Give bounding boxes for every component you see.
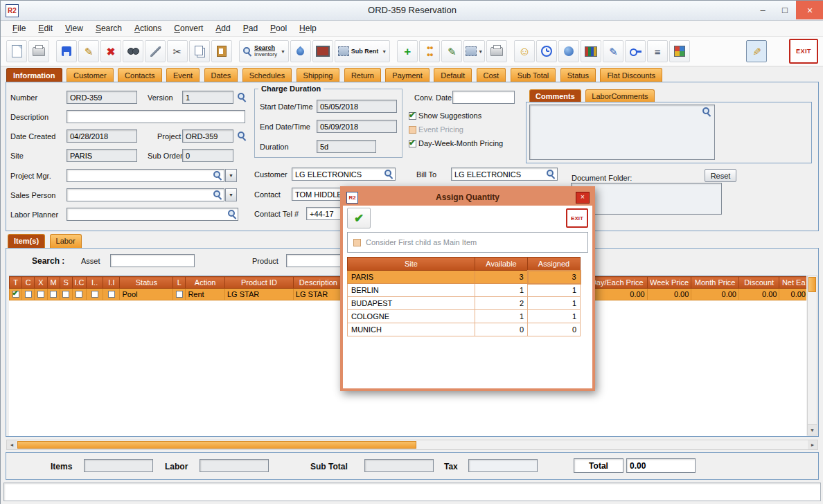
menu-convert[interactable]: Convert <box>168 21 209 35</box>
puzzle-button[interactable] <box>669 40 690 62</box>
dialog-close-button[interactable]: × <box>576 192 590 204</box>
vertical-scrollbar-thumb[interactable] <box>808 277 816 292</box>
group-button[interactable]: ●●●● <box>419 40 440 62</box>
customer-field[interactable]: LG ELECTRONICS <box>292 168 396 181</box>
highlighter-button[interactable]: ✎ <box>746 40 767 62</box>
close-button[interactable]: × <box>796 1 823 19</box>
conv-date-field[interactable] <box>452 91 515 104</box>
cut-button[interactable]: ✂ <box>167 40 188 62</box>
scroll-right-arrow[interactable]: ► <box>808 440 817 449</box>
tab-items[interactable]: Item(s) <box>8 234 45 248</box>
list-details-button[interactable]: ≡ <box>647 40 668 62</box>
reset-button[interactable]: Reset <box>705 169 736 182</box>
labor-planner-search-icon[interactable] <box>227 209 237 219</box>
horizontal-scrollbar-thumb[interactable] <box>17 441 416 449</box>
scroll-left-arrow[interactable]: ◄ <box>7 440 17 449</box>
time-button[interactable] <box>536 40 557 62</box>
project-mgr-field[interactable] <box>67 169 224 182</box>
sales-person-field[interactable] <box>67 188 224 201</box>
horizontal-scrollbar[interactable]: ◄ ► <box>6 440 818 450</box>
number-field[interactable]: ORD-359 <box>67 91 137 104</box>
assigned-cell[interactable]: 1 <box>528 297 581 310</box>
tab-schedules[interactable]: Schedules <box>242 68 292 82</box>
tab-dates[interactable]: Dates <box>204 68 238 82</box>
menu-search[interactable]: Search <box>89 21 128 35</box>
menu-pool[interactable]: Pool <box>264 21 293 35</box>
sales-person-dropdown[interactable]: ▼ <box>225 188 237 201</box>
tab-labor[interactable]: Labor <box>50 234 82 248</box>
assigned-cell[interactable]: 0 <box>528 323 581 336</box>
version-search-icon[interactable] <box>237 92 247 102</box>
customer-search-icon[interactable] <box>384 169 393 179</box>
comments-textarea[interactable] <box>529 105 715 160</box>
library-button[interactable] <box>581 40 601 62</box>
tab-cost[interactable]: Cost <box>477 68 506 82</box>
bill-to-search-icon[interactable] <box>546 169 556 179</box>
print-button[interactable] <box>28 40 49 62</box>
day-week-month-checkbox[interactable] <box>409 140 416 147</box>
ii-checkbox[interactable] <box>108 291 115 298</box>
tab-contacts[interactable]: Contacts <box>118 68 161 82</box>
menu-add[interactable]: Add <box>209 21 236 35</box>
tab-labor-comments[interactable]: LaborComments <box>585 89 654 102</box>
tab-information[interactable]: Information <box>6 68 62 82</box>
menu-pad[interactable]: Pad <box>237 21 264 35</box>
project-mgr-search-icon[interactable] <box>213 170 222 180</box>
site-field[interactable]: PARIS <box>67 149 137 162</box>
bill-to-field[interactable]: LG ELECTRONICS <box>451 168 558 181</box>
x-checkbox[interactable] <box>37 291 44 298</box>
sales-person-search-icon[interactable] <box>213 190 222 199</box>
assigned-cell[interactable]: 3 <box>528 271 581 284</box>
menu-view[interactable]: View <box>59 21 89 35</box>
start-date-field[interactable]: 05/05/2018 <box>317 100 397 113</box>
tab-status[interactable]: Status <box>560 68 596 82</box>
save-button[interactable] <box>56 40 77 62</box>
assigned-cell[interactable]: 1 <box>528 284 581 297</box>
delete-button[interactable]: ✖ <box>100 40 121 62</box>
tab-flat-discounts[interactable]: Flat Discounts <box>600 68 662 82</box>
new-document-button[interactable] <box>6 40 27 62</box>
tab-event[interactable]: Event <box>166 68 200 82</box>
t-checkbox[interactable] <box>12 291 19 298</box>
show-suggestions-checkbox[interactable] <box>409 112 416 120</box>
smiley-button[interactable]: ☺ <box>514 40 535 62</box>
tab-default[interactable]: Default <box>434 68 472 82</box>
tab-payment[interactable]: Payment <box>385 68 429 82</box>
copy-button[interactable] <box>189 40 210 62</box>
key-button[interactable] <box>625 40 646 62</box>
note-edit-2-button[interactable]: ✎ <box>603 40 623 62</box>
duration-field[interactable]: 5d <box>317 140 376 153</box>
dialog-ok-button[interactable]: ✔ <box>347 208 371 228</box>
date-created-field[interactable]: 04/28/2018 <box>67 129 137 143</box>
i-checkbox[interactable] <box>91 291 98 298</box>
site-row-paris[interactable]: PARIS 3 3 <box>348 271 581 284</box>
note-edit-button[interactable]: ✎ <box>441 40 462 62</box>
menu-file[interactable]: File <box>6 21 32 35</box>
tab-customer[interactable]: Customer <box>67 68 114 82</box>
globe-button[interactable] <box>558 40 579 62</box>
site-row-berlin[interactable]: BERLIN 1 1 <box>348 284 581 297</box>
ink-drop-button[interactable] <box>290 40 311 62</box>
search-inventory-button[interactable]: Search Inventory ▼ <box>239 40 289 62</box>
exit-button[interactable]: EXIT <box>789 39 818 64</box>
m-checkbox[interactable] <box>50 291 57 298</box>
project-field[interactable]: ORD-359 <box>182 129 233 143</box>
labor-planner-field[interactable] <box>67 208 238 221</box>
site-row-cologne[interactable]: COLOGNE 1 1 <box>348 310 581 323</box>
menu-help[interactable]: Help <box>293 21 323 35</box>
assigned-cell[interactable]: 1 <box>528 310 581 323</box>
s-checkbox[interactable] <box>62 291 69 298</box>
end-date-field[interactable]: 05/09/2018 <box>317 120 397 133</box>
maximize-button[interactable]: □ <box>774 1 796 19</box>
tab-shipping[interactable]: Shipping <box>297 68 340 82</box>
sub-rent-button[interactable]: Sub Rent ▼ <box>335 40 390 62</box>
c-checkbox[interactable] <box>25 291 32 298</box>
l-checkbox[interactable] <box>176 291 183 298</box>
scroll-down-arrow[interactable]: ▼ <box>808 424 817 435</box>
version-field[interactable]: 1 <box>182 91 233 104</box>
vertical-scrollbar[interactable]: ▼ <box>807 276 817 435</box>
stamps-button[interactable]: ▼ <box>463 40 485 62</box>
comments-search-icon[interactable] <box>702 107 711 116</box>
film-button[interactable] <box>312 40 333 62</box>
find-button[interactable] <box>123 40 143 62</box>
